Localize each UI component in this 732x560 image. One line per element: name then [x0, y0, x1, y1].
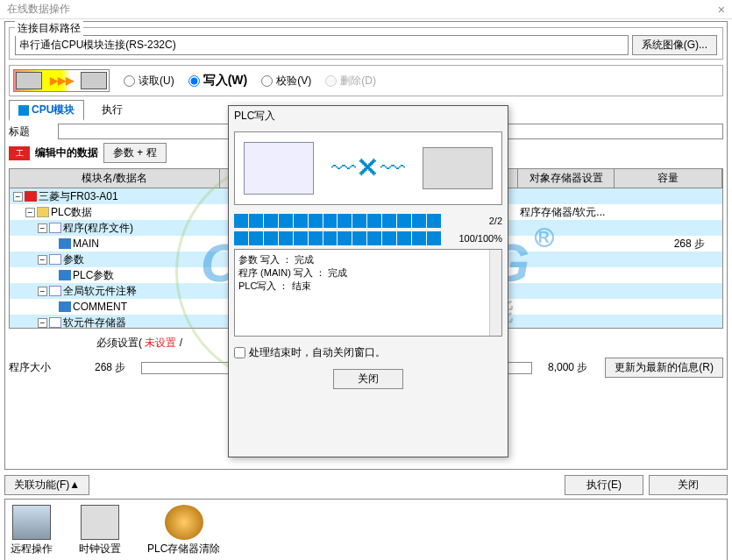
title-label: 标题: [9, 124, 53, 139]
main-icon: [59, 238, 71, 249]
prog-size-val: 268 步: [95, 360, 125, 375]
th-cap: 容量: [615, 169, 722, 188]
clear-icon: [165, 505, 203, 540]
related-func-button[interactable]: 关联功能(F)▲: [4, 475, 89, 495]
file-icon: [49, 254, 61, 265]
pc-to-plc-icon: ▶▶▶: [13, 69, 110, 92]
window-title: 在线数据操作: [7, 2, 70, 17]
tree-devmem[interactable]: 软元件存储器: [63, 315, 126, 330]
capacity: 8,000 步: [548, 360, 587, 375]
module-icon: [18, 105, 29, 116]
project-icon: [25, 191, 37, 202]
system-image-button[interactable]: 系统图像(G)...: [632, 35, 717, 55]
title-bar: 在线数据操作 ×: [0, 0, 732, 19]
radio-delete: 删除(D): [325, 74, 376, 89]
progress-1-text: 2/2: [448, 216, 502, 226]
progress-2: 100/100%: [234, 231, 502, 245]
log-line: PLC写入 ： 结束: [238, 280, 498, 293]
plc-icon: [81, 72, 107, 89]
exec-label: 执行: [102, 103, 123, 117]
log-box: 参数 写入 ： 完成 程序 (MAIN) 写入 ： 完成 PLC写入 ： 结束: [234, 249, 502, 337]
tree-project[interactable]: 三菱与FR03-A01: [39, 189, 118, 204]
tree-main[interactable]: MAIN: [73, 237, 99, 250]
file-icon: [49, 223, 61, 233]
file-icon: [49, 317, 61, 328]
clock-icon: [81, 505, 119, 540]
close-icon[interactable]: ×: [718, 3, 725, 17]
path-group: 连接目标路径 串行通信CPU模块连接(RS-232C) 系统图像(G)...: [9, 27, 723, 60]
tree-comment-grp[interactable]: 全局软元件注释: [63, 284, 137, 299]
plc-image: [423, 147, 493, 189]
comment-icon: [59, 301, 71, 312]
operation-toolbar: ▶▶▶ 读取(U) 写入(W) 校验(V) 删除(D): [9, 65, 723, 96]
plc-memory-clear-button[interactable]: PLC存储器清除: [147, 505, 220, 559]
path-group-label: 连接目标路径: [15, 21, 83, 36]
tree-program[interactable]: 程序(程序文件): [63, 221, 133, 236]
path-input[interactable]: 串行通信CPU模块连接(RS-232C): [15, 35, 629, 55]
editing-icon: 工: [9, 146, 30, 160]
auto-close-checkbox[interactable]: 处理结束时，自动关闭窗口。: [234, 345, 502, 360]
tree-size: 268 步: [615, 237, 722, 252]
expander-icon[interactable]: −: [13, 192, 23, 202]
tree-comment[interactable]: COMMENT: [73, 301, 127, 313]
dialog-close-button[interactable]: 关闭: [333, 369, 403, 389]
th-mem: 对象存储器设置: [518, 169, 615, 188]
editing-label: 编辑中的数据: [35, 145, 98, 160]
param-prog-button[interactable]: 参数 + 程: [103, 143, 167, 163]
progress-1: 2/2: [234, 214, 502, 228]
tab-cpu-module[interactable]: CPU模块: [9, 100, 84, 121]
log-line: 程序 (MAIN) 写入 ： 完成: [238, 266, 498, 280]
radio-read[interactable]: 读取(U): [124, 74, 174, 89]
progress-2-text: 100/100%: [448, 233, 502, 244]
radio-write[interactable]: 写入(W): [188, 73, 248, 89]
pc-image: [244, 142, 314, 195]
expander-icon[interactable]: −: [25, 208, 35, 217]
param-icon: [59, 270, 71, 280]
log-line: 参数 写入 ： 完成: [238, 253, 498, 266]
wave-icon: 〰✕〰: [331, 154, 405, 183]
transfer-image: 〰✕〰: [234, 131, 502, 205]
th-name: 模块名/数据名: [10, 169, 220, 188]
radio-verify[interactable]: 校验(V): [261, 74, 311, 89]
tree-plcdata[interactable]: PLC数据: [51, 205, 92, 220]
tree-param[interactable]: 参数: [63, 252, 84, 267]
expander-icon[interactable]: −: [38, 318, 47, 328]
mem-setting[interactable]: 程序存储器/软元...: [518, 205, 615, 220]
expander-icon[interactable]: −: [38, 223, 47, 233]
remote-operation-button[interactable]: 远程操作: [11, 505, 53, 559]
close-button[interactable]: 关闭: [649, 475, 728, 495]
dialog-title: PLC写入: [229, 106, 508, 126]
remote-icon: [12, 505, 51, 540]
pc-icon: [16, 72, 42, 89]
expander-icon[interactable]: −: [38, 287, 47, 296]
prog-size-label: 程序大小: [9, 360, 51, 375]
tree-plcparam[interactable]: PLC参数: [73, 268, 114, 283]
footer-row: 关联功能(F)▲ 执行(E) 关闭: [0, 471, 732, 499]
not-set-text: 未设置: [145, 337, 176, 349]
icon-toolbar: 远程操作 时钟设置 PLC存储器清除: [4, 499, 728, 560]
scrollbar[interactable]: [489, 250, 501, 336]
folder-icon: [37, 207, 49, 217]
execute-button[interactable]: 执行(E): [565, 475, 643, 495]
plc-write-dialog: PLC写入 〰✕〰 2/2 100/100% 参数 写入 ： 完成 程序 (MA…: [228, 105, 508, 457]
refresh-button[interactable]: 更新为最新的信息(R): [605, 358, 723, 378]
expander-icon[interactable]: −: [38, 255, 47, 265]
clock-settings-button[interactable]: 时钟设置: [79, 505, 121, 559]
file-icon: [49, 286, 61, 296]
